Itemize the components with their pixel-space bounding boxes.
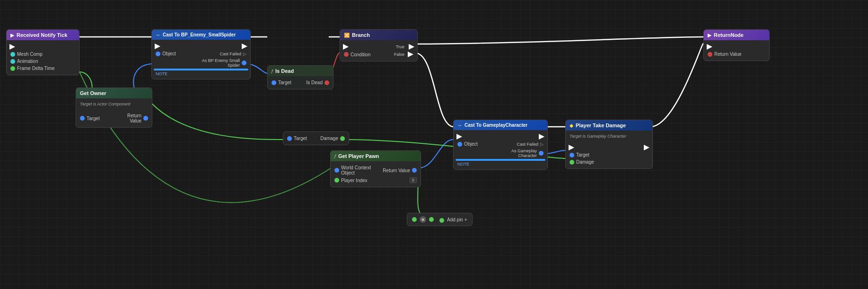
frame-delta-label: Frame Delta Time xyxy=(17,66,75,71)
cast-gameplay-header: ↔ Cast To GameplayCharacter xyxy=(454,120,547,130)
cast-bp-object-pin[interactable] xyxy=(156,52,160,56)
get-player-return-label: Return Value xyxy=(377,168,410,173)
branch-node: 🔀 Branch True Condition False xyxy=(340,29,418,61)
cast-gameplay-object-pin[interactable] xyxy=(457,142,462,147)
cast-gameplay-exec-out[interactable] xyxy=(539,134,544,140)
target-damage-target-pin[interactable] xyxy=(287,136,292,141)
cast-bp-enemy-node: ↔ Cast To BP_Enemy_SmallSpider Object Ca… xyxy=(151,29,251,79)
mesh-comp-pin[interactable] xyxy=(10,52,15,57)
branch-false-label: False xyxy=(394,52,404,57)
target-damage-node: Target Damage xyxy=(283,131,349,145)
get-owner-title: Get Owner xyxy=(80,90,106,96)
branch-condition-label: Condition xyxy=(351,52,392,57)
player-take-damage-node: ◆ Player Take Damage Target is Gameplay … xyxy=(565,120,653,169)
cast-bp-exec-in[interactable] xyxy=(155,44,160,49)
exec-out-pin[interactable] xyxy=(9,44,15,50)
cast-gameplay-node: ↔ Cast To GameplayCharacter Object Cast … xyxy=(453,120,548,170)
is-dead-out-label: Is Dead xyxy=(301,80,323,85)
return-value-pin[interactable] xyxy=(708,52,712,57)
note-bar-2 xyxy=(456,159,545,161)
player-damage-target-pin[interactable] xyxy=(570,153,574,158)
note-bar-1 xyxy=(154,69,248,70)
return-node-header: ▶ ReturnNode xyxy=(704,30,769,40)
animation-label: Animation xyxy=(17,59,75,64)
received-notify-tick-title: Received Notify Tick xyxy=(17,32,67,38)
return-node-title: ReturnNode xyxy=(714,32,744,38)
branch-header: 🔀 Branch xyxy=(340,30,417,40)
branch-true-pin[interactable] xyxy=(409,44,414,50)
player-index-pin[interactable] xyxy=(334,178,339,183)
get-owner-node: Get Owner Target is Actor Component Targ… xyxy=(76,88,152,128)
player-damage-target-label: Target xyxy=(576,152,649,158)
branch-true-label: True xyxy=(396,44,404,49)
branch-false-pin[interactable] xyxy=(408,52,413,57)
get-owner-return-pin[interactable] xyxy=(143,116,148,121)
is-dead-node: 𝑓 Is Dead Target Is Dead xyxy=(267,65,333,89)
target-damage-label: Damage xyxy=(317,136,338,141)
get-player-pawn-title: Get Player Pawn xyxy=(338,153,379,159)
cast-gameplay-exec-in[interactable] xyxy=(456,134,462,140)
received-notify-tick-node: ▶ Received Notify Tick Mesh Comp Animati… xyxy=(6,29,79,75)
world-context-pin[interactable] xyxy=(334,168,339,173)
target-damage-target-label: Target xyxy=(294,136,315,141)
cast-bp-enemy-title: Cast To BP_Enemy_SmallSpider xyxy=(163,32,236,37)
player-damage-exec-in[interactable] xyxy=(569,145,574,150)
cast-gameplay-title: Cast To GameplayCharacter xyxy=(465,123,527,128)
player-index-value[interactable]: 0 xyxy=(410,177,417,183)
add-pin-green-right xyxy=(429,217,434,222)
note-label-2: NOTE xyxy=(454,162,547,166)
player-take-damage-subtitle: Target is Gameplay Character xyxy=(570,134,626,139)
return-node: ▶ ReturnNode Return Value xyxy=(703,29,770,61)
player-damage-damage-label: Damage xyxy=(576,159,649,165)
branch-condition-pin[interactable] xyxy=(344,52,349,57)
received-notify-tick-header: ▶ Received Notify Tick xyxy=(7,30,79,40)
mesh-comp-label: Mesh Comp xyxy=(17,52,75,57)
add-pin-green-left xyxy=(412,217,417,222)
player-index-label: Player Index xyxy=(341,178,408,183)
as-bp-enemy-label: As BP Enemy Small Spider xyxy=(199,58,240,68)
frame-delta-pin[interactable] xyxy=(10,66,15,71)
cast-gameplay-object-label: Object xyxy=(464,141,500,147)
cast-bp-failed-label: Cast Failed xyxy=(203,52,242,56)
target-damage-out-pin[interactable] xyxy=(340,136,345,141)
add-pin-node[interactable]: ✕ Add pin + xyxy=(407,213,473,226)
is-dead-header: 𝑓 Is Dead xyxy=(268,66,333,76)
world-context-label: World Context Object xyxy=(341,165,375,175)
get-owner-header: Get Owner xyxy=(76,88,152,98)
is-dead-target-label: Target xyxy=(278,80,299,85)
is-dead-title: Is Dead xyxy=(275,68,294,74)
add-pin-green-bottom xyxy=(439,218,444,223)
get-owner-target-pin[interactable] xyxy=(80,116,85,121)
cast-bp-enemy-header: ↔ Cast To BP_Enemy_SmallSpider xyxy=(152,30,250,40)
cast-gameplay-out-pin[interactable] xyxy=(539,151,544,156)
player-take-damage-title: Player Take Damage xyxy=(576,123,626,128)
player-take-damage-header: ◆ Player Take Damage xyxy=(566,120,652,131)
add-pin-label[interactable]: Add pin + xyxy=(447,217,467,222)
animation-pin[interactable] xyxy=(10,59,15,64)
get-owner-target-label: Target xyxy=(87,116,113,121)
get-owner-subtitle: Target is Actor Component xyxy=(80,102,130,106)
get-player-pawn-node: 𝑓 Get Player Pawn World Context Object R… xyxy=(330,150,421,187)
note-label-1: NOTE xyxy=(152,71,250,76)
player-damage-damage-pin[interactable] xyxy=(570,160,574,165)
is-dead-out-pin[interactable] xyxy=(324,80,329,85)
get-owner-return-label: Return Value xyxy=(115,113,141,123)
return-exec-in[interactable] xyxy=(707,44,712,50)
player-damage-exec-out[interactable] xyxy=(644,145,649,150)
return-value-label: Return Value xyxy=(714,52,765,57)
get-player-pawn-header: 𝑓 Get Player Pawn xyxy=(331,151,421,161)
cast-bp-exec-out[interactable] xyxy=(242,44,247,49)
is-dead-target-pin[interactable] xyxy=(272,80,276,85)
cast-bp-object-label: Object xyxy=(162,51,201,56)
cast-bp-out-pin[interactable] xyxy=(242,61,246,65)
as-gameplay-label: As Gameplay Character xyxy=(498,149,537,158)
branch-title: Branch xyxy=(352,32,370,38)
add-pin-x-icon[interactable]: ✕ xyxy=(420,216,426,223)
get-player-return-pin[interactable] xyxy=(412,168,417,173)
branch-exec-in[interactable] xyxy=(343,44,349,50)
cast-gameplay-failed-label: Cast Failed xyxy=(502,142,539,147)
